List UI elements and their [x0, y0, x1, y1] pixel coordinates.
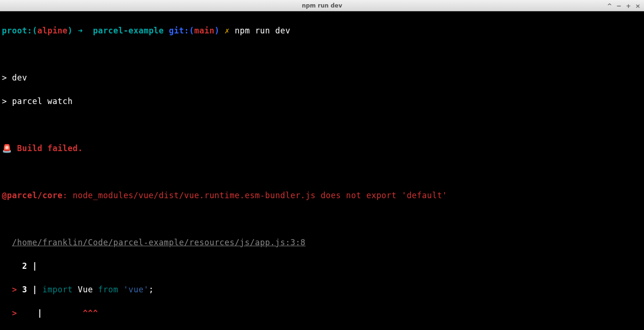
blank-line — [2, 213, 642, 225]
from-kw-3: from — [98, 285, 118, 294]
blank-line — [2, 119, 642, 131]
pipe-2: | — [27, 261, 42, 271]
prompt-distro: alpine — [37, 26, 67, 35]
prompt-arrow: ➜ — [73, 26, 88, 35]
prompt-open-paren: ( — [32, 26, 37, 35]
caret-spaces — [17, 308, 32, 318]
window-up-icon[interactable]: ^ — [606, 2, 613, 9]
prompt-git-close: ) — [215, 26, 220, 35]
caret-marker: > — [2, 308, 17, 318]
error-detail-line: @parcel/core: node_modules/vue/dist/vue.… — [2, 190, 642, 201]
window-controls: ^ − + × — [606, 0, 641, 11]
window-maximize-icon[interactable]: + — [625, 2, 632, 9]
file-path-line: /home/franklin/Code/parcel-example/resou… — [2, 237, 642, 249]
line-num-3: 3 — [17, 285, 27, 294]
window-close-icon[interactable]: × — [635, 2, 641, 9]
blank-line — [2, 48, 642, 60]
code-line-3: > 3 | import Vue from 'vue'; — [2, 284, 642, 296]
output-dev: > dev — [2, 72, 642, 84]
output-parcel-watch: > parcel watch — [2, 96, 642, 107]
prompt-git-label: git:( — [164, 26, 194, 35]
caret-pad — [48, 308, 83, 318]
pipe-3: | — [27, 285, 42, 294]
build-failed-text: Build failed. — [17, 144, 83, 153]
error-source: @parcel/core — [2, 191, 63, 200]
terminal-area[interactable]: proot:(alpine) ➜ parcel-example git:(mai… — [0, 11, 644, 330]
vue-ident: Vue — [73, 285, 98, 294]
prompt-line: proot:(alpine) ➜ parcel-example git:(mai… — [2, 25, 642, 37]
prompt-dirty-icon: ✗ — [220, 26, 235, 35]
import-kw-3: import — [42, 285, 73, 294]
line-num-2: 2 — [2, 261, 27, 271]
prompt-proot: proot: — [2, 26, 32, 35]
caret-pipe: | — [32, 308, 47, 318]
prompt-close-paren: ) — [68, 26, 73, 35]
semi-3: ; — [149, 285, 154, 294]
line-marker-3: > — [2, 285, 17, 294]
error-message: : node_modules/vue/dist/vue.runtime.esm-… — [63, 191, 447, 200]
error-icon: 🚨 — [2, 144, 17, 153]
prompt-command: npm run dev — [235, 26, 290, 35]
window-minimize-icon[interactable]: − — [616, 2, 622, 9]
file-path: /home/franklin/Code/parcel-example/resou… — [12, 238, 305, 247]
carets: ^^^ — [83, 308, 98, 318]
window-title: npm run dev — [302, 2, 342, 9]
vue-str: 'vue' — [118, 285, 149, 294]
build-failed-line: 🚨 Build failed. — [2, 143, 642, 154]
prompt-dir: parcel-example — [88, 26, 164, 35]
caret-line: > | ^^^ — [2, 307, 642, 319]
blank-line — [2, 166, 642, 178]
window-titlebar: npm run dev ^ − + × — [0, 0, 644, 11]
prompt-branch: main — [194, 26, 215, 35]
code-line-2: 2 | — [2, 260, 642, 272]
